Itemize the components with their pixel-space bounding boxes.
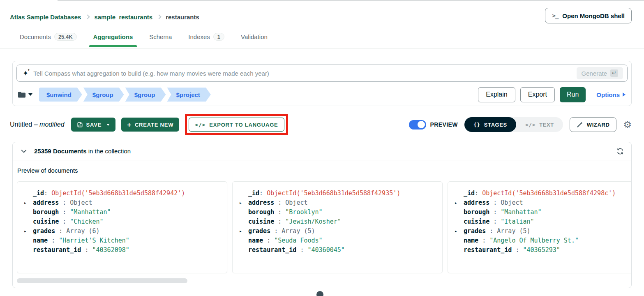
field-value: "Angelo Of Mulberry St." — [489, 237, 579, 244]
stages-view-button[interactable]: {} STAGES — [464, 117, 516, 132]
field-value: Object — [285, 199, 307, 206]
create-new-button[interactable]: + CREATE NEW — [121, 118, 179, 132]
open-mongodb-shell-button[interactable]: >_ Open MongoDB shell — [545, 8, 632, 23]
tab-badge: 1 — [213, 33, 224, 41]
field-separator: : — [59, 218, 70, 225]
expand-icon[interactable]: ▸ — [24, 198, 27, 208]
options-link[interactable]: Options — [596, 91, 626, 98]
field-value: ObjectId('5eb3d668b31de5d588f42935') — [267, 190, 400, 197]
export-to-language-label: EXPORT TO LANGUAGE — [209, 122, 278, 128]
stage-pill-list: $unwind$group$group$project — [39, 88, 212, 102]
view-controls: PREVIEW {} STAGES </> TEXT WIZARD ⚙ — [409, 117, 632, 132]
expand-icon[interactable]: ▸ — [24, 227, 27, 236]
breadcrumb-collection: restaurants — [166, 14, 199, 21]
chevron-right-icon — [157, 14, 162, 19]
export-button[interactable]: Export — [520, 87, 555, 102]
document-field-grades: ▸grades : Array (6) — [23, 227, 220, 236]
field-key: borough — [464, 208, 489, 216]
export-to-language-button[interactable]: </> EXPORT TO LANGUAGE — [189, 118, 284, 132]
field-value: "Harriet'S Kitchen" — [59, 237, 129, 244]
field-separator: : — [489, 199, 501, 206]
gear-icon[interactable]: ⚙ — [623, 120, 632, 130]
sparkle-icon: ✦✦ — [23, 69, 28, 78]
document-field-name: name : "Angelo Of Mulberry St." — [454, 236, 631, 245]
document-field-name: name : "Harriet'S Kitchen" — [23, 236, 220, 245]
collapse-chevron-icon[interactable] — [20, 148, 28, 155]
pipeline-title: Untitled – modified — [10, 121, 65, 128]
document-field-grades: ▸grades : Array (5) — [238, 227, 436, 236]
pipeline-collection-menu[interactable] — [18, 91, 32, 98]
field-value: ObjectId('5eb3d668b31de5d588f42942') — [51, 190, 185, 197]
run-button[interactable]: Run — [560, 87, 586, 102]
field-separator: : — [59, 199, 70, 206]
save-label: SAVE — [86, 122, 102, 128]
field-separator: : — [44, 190, 51, 197]
breadcrumb-database-group[interactable]: Atlas Sample Databases — [10, 14, 81, 21]
document-field-restaurant_id: restaurant_id : "40360045" — [238, 245, 436, 255]
documents-preview-panel: 25359 Documents in the collection Previe… — [12, 142, 632, 288]
tab-label: Schema — [149, 33, 172, 40]
field-separator: : — [55, 227, 66, 235]
pipeline-toolbar: Untitled – modified SAVE + CREATE NEW </… — [10, 115, 632, 134]
folder-icon — [18, 91, 26, 98]
aggregation-builder-panel: ✦✦ Tell Compass what aggregation to buil… — [12, 61, 632, 106]
pipeline-actions: Explain Export Run Options — [478, 87, 626, 102]
text-view-button[interactable]: </> TEXT — [516, 117, 563, 132]
document-card: _id: ObjectId('5eb3d668b31de5d588f42942'… — [17, 181, 227, 273]
tab-documents[interactable]: Documents25.4K — [19, 30, 78, 47]
field-separator: : — [259, 190, 267, 197]
modified-indicator: – modified — [34, 121, 65, 128]
breadcrumb-database[interactable]: sample_restaurants — [94, 14, 152, 21]
field-value: "Brooklyn" — [285, 208, 322, 216]
field-separator: : — [274, 218, 285, 225]
tab-schema[interactable]: Schema — [148, 30, 173, 47]
refresh-icon[interactable] — [616, 148, 624, 155]
document-field-restaurant_id: restaurant_id : "40365293" — [454, 245, 631, 255]
tab-aggregations[interactable]: Aggregations — [92, 30, 134, 47]
shell-button-label: Open MongoDB shell — [562, 12, 625, 19]
field-separator: : — [59, 208, 70, 216]
ai-prompt-input[interactable]: ✦✦ Tell Compass what aggregation to buil… — [16, 65, 628, 82]
ai-prompt-placeholder: Tell Compass what aggregation to build (… — [33, 70, 576, 77]
chevron-right-icon — [85, 14, 90, 19]
document-field-name: name : "Seuda Foods" — [238, 236, 436, 245]
field-value: "Manhattan" — [70, 208, 111, 216]
tab-validation[interactable]: Validation — [240, 30, 268, 47]
expand-icon[interactable]: ▸ — [455, 198, 457, 208]
document-field-restaurant_id: restaurant_id : "40362098" — [23, 245, 220, 255]
stage-pill-group-1[interactable]: $group — [83, 88, 124, 102]
field-key: restaurant_id — [248, 246, 296, 254]
expand-icon[interactable]: ▸ — [455, 227, 457, 236]
horizontal-scrollbar[interactable] — [17, 278, 187, 283]
stage-pill-project-3[interactable]: $project — [167, 88, 211, 102]
preview-toggle-group[interactable]: PREVIEW — [409, 120, 458, 130]
breadcrumb: Atlas Sample Databases sample_restaurant… — [10, 9, 632, 25]
tab-indexes[interactable]: Indexes1 — [187, 30, 225, 47]
expand-icon[interactable]: ▸ — [239, 227, 242, 236]
stage-pill-group-2[interactable]: $group — [125, 88, 166, 102]
field-value: ObjectId('5eb3d668b31de5d588f4298c') — [482, 190, 616, 197]
field-value: "Manhattan" — [501, 208, 541, 216]
document-card: _id: ObjectId('5eb3d668b31de5d588f4298c'… — [448, 181, 631, 273]
generate-button[interactable]: Generate ↵ — [577, 67, 623, 79]
field-key: grades — [248, 227, 270, 235]
document-field-_id: _id: ObjectId('5eb3d668b31de5d588f4298c'… — [454, 189, 631, 198]
field-separator: : — [475, 190, 482, 197]
preview-label: PREVIEW — [430, 121, 458, 128]
field-separator: : — [489, 218, 501, 225]
field-value: Array (5) — [497, 227, 530, 235]
preview-toggle[interactable] — [409, 120, 426, 130]
create-new-label: CREATE NEW — [135, 122, 173, 128]
field-separator: : — [512, 246, 523, 254]
field-separator: : — [270, 227, 282, 235]
stage-pill-unwind-0[interactable]: $unwind — [39, 88, 82, 102]
field-separator: : — [486, 227, 497, 235]
field-key: borough — [248, 208, 274, 216]
field-separator: : — [263, 237, 274, 244]
save-icon — [77, 122, 83, 128]
expand-icon[interactable]: ▸ — [239, 198, 242, 208]
save-button[interactable]: SAVE — [71, 118, 116, 132]
wizard-button[interactable]: WIZARD — [570, 117, 617, 132]
explain-button[interactable]: Explain — [478, 87, 515, 102]
chevron-down-icon — [106, 124, 110, 126]
